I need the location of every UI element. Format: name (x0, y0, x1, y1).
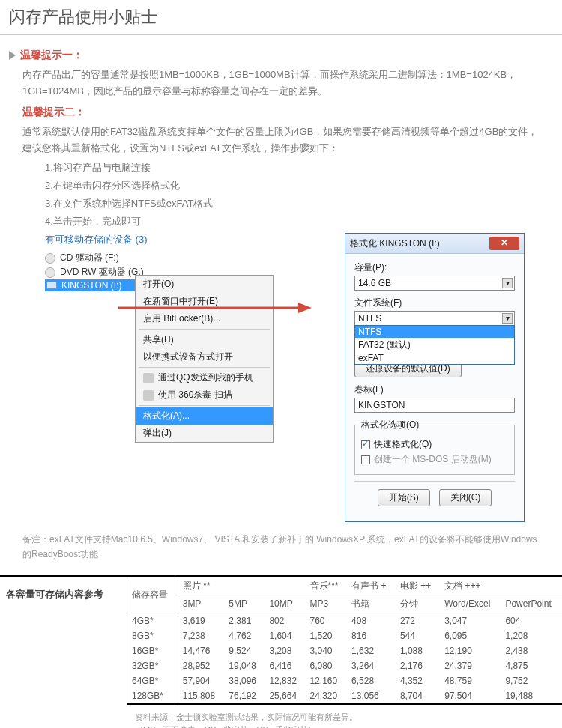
tip2-title: 温馨提示二： (22, 106, 85, 119)
filesystem-select[interactable]: NTFS ▾ NTFS FAT32 (默认) exFAT (354, 311, 515, 326)
ctx-portable[interactable]: 以便携式设备方式打开 (136, 348, 273, 365)
devices-heading: 有可移动存储的设备 (3) (45, 233, 180, 246)
step-3: 3.在文件系统种选择NTFS或exFAT格式 (45, 197, 540, 210)
step-2: 2.右键单击闪存分区选择格式化 (45, 179, 540, 192)
drive-icon (46, 282, 57, 289)
col-docs: 文档 +++ (440, 577, 562, 595)
tip2-body: 通常系统默认使用的FAT32磁盘系统支持单个文件的容量上限为4GB，如果您需要存… (22, 124, 540, 157)
tip1-body: 内存产品出厂的容量通常是按照1MB=1000KB，1GB=1000MB计算，而操… (22, 67, 540, 100)
fs-option-exfat[interactable]: exFAT (355, 352, 514, 364)
volume-label: 卷标(L) (354, 383, 515, 396)
format-dialog: 格式化 KINGSTON (I:) ✕ 容量(P): 14.6 GB ▾ 文件系… (345, 233, 525, 522)
page-title: 闪存产品使用小贴士 (0, 0, 562, 35)
shield-icon (143, 390, 154, 401)
disc-icon (45, 253, 55, 264)
ctx-eject[interactable]: 弹出(J) (136, 425, 273, 442)
start-button[interactable]: 开始(S) (378, 489, 430, 506)
footnotes: 资料来源：金士顿实验室测试结果，实际情况可能有所差异。（MP= 百万像素，MB=… (0, 705, 562, 728)
table-row: 16GB*14,4769,5243,2083,0401,6321,08812,1… (127, 643, 562, 658)
table-row: 128GB*115,80876,19225,66424,32013,0568,7… (127, 688, 562, 704)
col-audiobook: 有声书 + (347, 577, 396, 595)
step-1: 1.将闪存产品与电脑连接 (45, 161, 540, 175)
table-row: 32GB*28,95219,0486,4166,0803,2642,17624,… (127, 658, 562, 673)
capacity-select[interactable]: 14.6 GB ▾ (354, 276, 515, 291)
ctx-share[interactable]: 共享(H) (136, 331, 273, 348)
msdos-boot-checkbox (361, 455, 370, 464)
capacity-label: 容量(P): (354, 261, 515, 274)
volume-input[interactable]: KINGSTON (354, 398, 515, 413)
col-capacity: 储存容量 (127, 577, 178, 613)
close-button[interactable]: ✕ (489, 237, 519, 250)
fs-option-fat32[interactable]: FAT32 (默认) (355, 338, 514, 352)
filesystem-label: 文件系统(F) (354, 297, 515, 309)
qq-icon (143, 373, 154, 383)
disc-icon (45, 267, 55, 278)
tip1-title: 温馨提示一： (20, 49, 83, 62)
chevron-down-icon: ▾ (502, 278, 513, 288)
close-dialog-button[interactable]: 关闭(C) (439, 489, 492, 506)
step-4: 4.单击开始，完成即可 (45, 215, 540, 228)
svg-marker-1 (298, 303, 312, 313)
col-music: 音乐*** (306, 577, 348, 595)
ctx-open[interactable]: 打开(O) (136, 276, 273, 293)
format-options-group: 格式化选项(O) 快速格式化(Q) 创建一个 MS-DOS 启动盘(M) (354, 419, 515, 475)
fs-option-ntfs[interactable]: NTFS (355, 326, 514, 338)
ctx-360-scan[interactable]: 使用 360杀毒 扫描 (136, 386, 273, 404)
exfat-note: 备注：exFAT文件支持Mac10.6.5、Windows7、 VISTA 和安… (0, 522, 562, 567)
table-row: 64GB*57,90438,09612,83212,1606,5284,3524… (127, 673, 562, 688)
ctx-qq-send[interactable]: 通过QQ发送到我的手机 (136, 369, 273, 386)
triangle-icon (9, 51, 16, 60)
quick-format-checkbox[interactable] (361, 440, 370, 449)
arrow-icon (118, 300, 313, 315)
col-photos: 照片 ** (178, 577, 305, 595)
format-options-legend: 格式化选项(O) (361, 419, 419, 431)
col-movie: 电影 ++ (396, 577, 440, 595)
device-item-cd[interactable]: CD 驱动器 (F:) (45, 251, 180, 265)
device-item-kingston[interactable]: KINGSTON (I:) (45, 279, 135, 291)
dialog-title: 格式化 KINGSTON (I:) (350, 237, 440, 250)
table-side-title: 各容量可存储内容参考 (0, 577, 127, 705)
ctx-format[interactable]: 格式化(A)... (136, 407, 273, 425)
capacity-table: 储存容量 照片 ** 音乐*** 有声书 + 电影 ++ 文档 +++ 3MP … (127, 577, 562, 705)
table-row: 8GB*7,2384,7621,6041,5208165446,0951,208 (127, 628, 562, 643)
table-row: 4GB*3,6192,3818027604082723,047604 (127, 613, 562, 628)
filesystem-dropdown: NTFS FAT32 (默认) exFAT (354, 325, 515, 365)
chevron-down-icon: ▾ (502, 313, 513, 324)
